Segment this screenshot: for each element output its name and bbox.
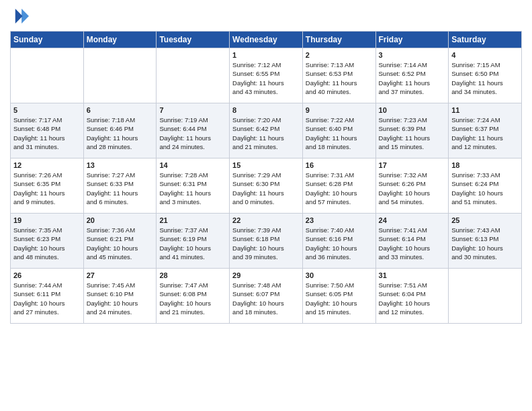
day-number: 30: [306, 271, 373, 279]
day-number: 29: [232, 271, 300, 279]
day-number: 3: [379, 51, 446, 59]
calendar-cell: 23Sunrise: 7:40 AM Sunset: 6:16 PM Dayli…: [302, 214, 375, 269]
day-info: Sunrise: 7:51 AM Sunset: 6:04 PM Dayligh…: [379, 281, 446, 316]
logo-icon: [10, 7, 29, 26]
calendar-cell: 31Sunrise: 7:51 AM Sunset: 6:04 PM Dayli…: [375, 269, 449, 324]
svg-marker-1: [15, 9, 23, 24]
calendar-cell: 25Sunrise: 7:43 AM Sunset: 6:13 PM Dayli…: [449, 214, 522, 269]
calendar-cell: 4Sunrise: 7:15 AM Sunset: 6:50 PM Daylig…: [449, 48, 522, 103]
day-number: 26: [13, 271, 81, 279]
day-info: Sunrise: 7:35 AM Sunset: 6:23 PM Dayligh…: [13, 226, 81, 261]
day-info: Sunrise: 7:12 AM Sunset: 6:55 PM Dayligh…: [232, 60, 300, 96]
week-row-2: 12Sunrise: 7:26 AM Sunset: 6:35 PM Dayli…: [11, 158, 522, 214]
day-number: 11: [451, 106, 519, 114]
day-number: 18: [451, 161, 519, 169]
calendar-cell: 3Sunrise: 7:14 AM Sunset: 6:52 PM Daylig…: [375, 48, 449, 103]
day-info: Sunrise: 7:44 AM Sunset: 6:11 PM Dayligh…: [13, 281, 81, 316]
calendar-body: 1Sunrise: 7:12 AM Sunset: 6:55 PM Daylig…: [11, 48, 522, 324]
day-info: Sunrise: 7:39 AM Sunset: 6:18 PM Dayligh…: [232, 226, 300, 261]
day-info: Sunrise: 7:37 AM Sunset: 6:19 PM Dayligh…: [159, 226, 226, 261]
day-info: Sunrise: 7:48 AM Sunset: 6:07 PM Dayligh…: [232, 281, 300, 316]
header-cell-wednesday: Wednesday: [230, 32, 303, 48]
calendar-cell: 5Sunrise: 7:17 AM Sunset: 6:48 PM Daylig…: [11, 103, 84, 158]
header-cell-tuesday: Tuesday: [157, 32, 230, 48]
day-info: Sunrise: 7:19 AM Sunset: 6:44 PM Dayligh…: [159, 116, 226, 151]
calendar-cell: 29Sunrise: 7:48 AM Sunset: 6:07 PM Dayli…: [230, 269, 303, 324]
day-number: 17: [379, 161, 446, 169]
calendar-cell: 22Sunrise: 7:39 AM Sunset: 6:18 PM Dayli…: [230, 214, 303, 269]
header-cell-friday: Friday: [375, 32, 449, 48]
day-number: 6: [87, 106, 154, 114]
day-number: 19: [13, 216, 81, 224]
day-number: 20: [87, 216, 154, 224]
day-number: 28: [159, 271, 226, 279]
week-row-3: 19Sunrise: 7:35 AM Sunset: 6:23 PM Dayli…: [11, 214, 522, 269]
header-cell-sunday: Sunday: [11, 32, 84, 48]
day-info: Sunrise: 7:18 AM Sunset: 6:46 PM Dayligh…: [87, 116, 154, 151]
day-number: 8: [232, 106, 300, 114]
header-cell-saturday: Saturday: [449, 32, 522, 48]
calendar-cell: 20Sunrise: 7:36 AM Sunset: 6:21 PM Dayli…: [83, 214, 157, 269]
calendar-cell: 12Sunrise: 7:26 AM Sunset: 6:35 PM Dayli…: [11, 158, 84, 214]
day-number: 21: [159, 216, 226, 224]
day-number: 12: [13, 161, 81, 169]
calendar-cell: 8Sunrise: 7:20 AM Sunset: 6:42 PM Daylig…: [230, 103, 303, 158]
page: SundayMondayTuesdayWednesdayThursdayFrid…: [0, 0, 532, 411]
day-info: Sunrise: 7:32 AM Sunset: 6:26 PM Dayligh…: [379, 171, 446, 206]
day-info: Sunrise: 7:26 AM Sunset: 6:35 PM Dayligh…: [13, 171, 81, 206]
day-info: Sunrise: 7:15 AM Sunset: 6:50 PM Dayligh…: [451, 60, 519, 96]
logo: [10, 7, 32, 26]
calendar-cell: 14Sunrise: 7:28 AM Sunset: 6:31 PM Dayli…: [157, 158, 230, 214]
day-info: Sunrise: 7:31 AM Sunset: 6:28 PM Dayligh…: [306, 171, 373, 206]
day-info: Sunrise: 7:20 AM Sunset: 6:42 PM Dayligh…: [232, 116, 300, 151]
calendar-cell: 16Sunrise: 7:31 AM Sunset: 6:28 PM Dayli…: [302, 158, 375, 214]
calendar-cell: 13Sunrise: 7:27 AM Sunset: 6:33 PM Dayli…: [83, 158, 157, 214]
calendar-cell: [157, 48, 230, 103]
calendar-table: SundayMondayTuesdayWednesdayThursdayFrid…: [10, 31, 522, 324]
day-number: 9: [306, 106, 373, 114]
week-row-4: 26Sunrise: 7:44 AM Sunset: 6:11 PM Dayli…: [11, 269, 522, 324]
day-number: 4: [451, 51, 519, 59]
day-number: 23: [306, 216, 373, 224]
calendar-cell: 7Sunrise: 7:19 AM Sunset: 6:44 PM Daylig…: [157, 103, 230, 158]
day-number: 16: [306, 161, 373, 169]
calendar-cell: [11, 48, 84, 103]
calendar-cell: 24Sunrise: 7:41 AM Sunset: 6:14 PM Dayli…: [375, 214, 449, 269]
week-row-0: 1Sunrise: 7:12 AM Sunset: 6:55 PM Daylig…: [11, 48, 522, 103]
calendar-cell: 21Sunrise: 7:37 AM Sunset: 6:19 PM Dayli…: [157, 214, 230, 269]
calendar-cell: 15Sunrise: 7:29 AM Sunset: 6:30 PM Dayli…: [230, 158, 303, 214]
week-row-1: 5Sunrise: 7:17 AM Sunset: 6:48 PM Daylig…: [11, 103, 522, 158]
calendar-cell: 19Sunrise: 7:35 AM Sunset: 6:23 PM Dayli…: [11, 214, 84, 269]
day-info: Sunrise: 7:36 AM Sunset: 6:21 PM Dayligh…: [87, 226, 154, 261]
header-cell-thursday: Thursday: [302, 32, 375, 48]
day-info: Sunrise: 7:17 AM Sunset: 6:48 PM Dayligh…: [13, 116, 81, 151]
calendar-cell: 2Sunrise: 7:13 AM Sunset: 6:53 PM Daylig…: [302, 48, 375, 103]
day-info: Sunrise: 7:43 AM Sunset: 6:13 PM Dayligh…: [451, 226, 519, 261]
day-number: 22: [232, 216, 300, 224]
day-info: Sunrise: 7:22 AM Sunset: 6:40 PM Dayligh…: [306, 116, 373, 151]
day-number: 5: [13, 106, 81, 114]
day-number: 27: [87, 271, 154, 279]
day-number: 24: [379, 216, 446, 224]
calendar-cell: 30Sunrise: 7:50 AM Sunset: 6:05 PM Dayli…: [302, 269, 375, 324]
day-info: Sunrise: 7:41 AM Sunset: 6:14 PM Dayligh…: [379, 226, 446, 261]
calendar-cell: 1Sunrise: 7:12 AM Sunset: 6:55 PM Daylig…: [230, 48, 303, 103]
day-info: Sunrise: 7:50 AM Sunset: 6:05 PM Dayligh…: [306, 281, 373, 316]
day-info: Sunrise: 7:23 AM Sunset: 6:39 PM Dayligh…: [379, 116, 446, 151]
calendar-cell: [83, 48, 157, 103]
day-info: Sunrise: 7:29 AM Sunset: 6:30 PM Dayligh…: [232, 171, 300, 206]
calendar-cell: 26Sunrise: 7:44 AM Sunset: 6:11 PM Dayli…: [11, 269, 84, 324]
calendar-cell: 9Sunrise: 7:22 AM Sunset: 6:40 PM Daylig…: [302, 103, 375, 158]
day-number: 31: [379, 271, 446, 279]
header-cell-monday: Monday: [83, 32, 157, 48]
calendar-cell: [449, 269, 522, 324]
day-number: 14: [159, 161, 226, 169]
day-info: Sunrise: 7:14 AM Sunset: 6:52 PM Dayligh…: [379, 60, 446, 96]
day-info: Sunrise: 7:27 AM Sunset: 6:33 PM Dayligh…: [87, 171, 154, 206]
day-number: 25: [451, 216, 519, 224]
day-info: Sunrise: 7:33 AM Sunset: 6:24 PM Dayligh…: [451, 171, 519, 206]
day-info: Sunrise: 7:24 AM Sunset: 6:37 PM Dayligh…: [451, 116, 519, 151]
svg-marker-0: [21, 9, 29, 24]
calendar-cell: 10Sunrise: 7:23 AM Sunset: 6:39 PM Dayli…: [375, 103, 449, 158]
calendar-cell: 27Sunrise: 7:45 AM Sunset: 6:10 PM Dayli…: [83, 269, 157, 324]
